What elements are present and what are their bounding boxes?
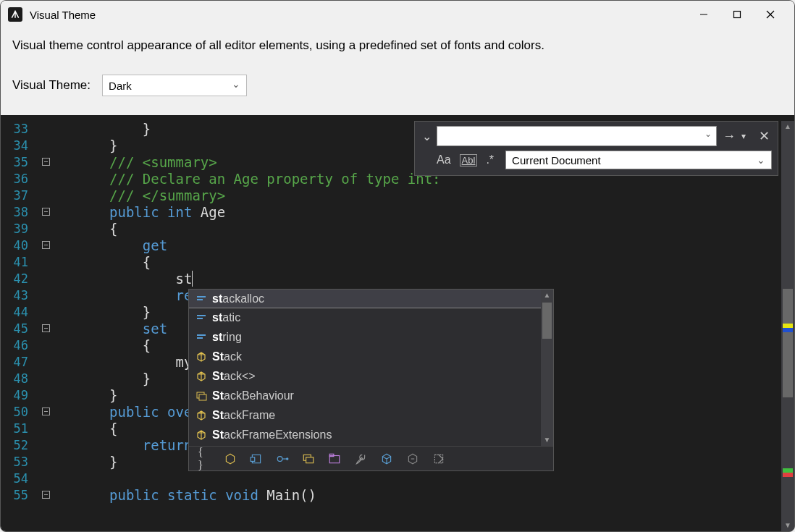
line-number: 53 bbox=[1, 454, 31, 470]
scroll-up-arrow-icon[interactable]: ▲ bbox=[541, 290, 553, 301]
intellisense-item[interactable]: stackalloc bbox=[189, 290, 553, 308]
code-text[interactable]: ret bbox=[109, 287, 201, 304]
fold-gutter[interactable] bbox=[37, 321, 54, 332]
line-number: 51 bbox=[1, 421, 31, 437]
code-text[interactable]: public over bbox=[109, 404, 201, 421]
line-number: 43 bbox=[1, 287, 31, 304]
code-text[interactable]: public static void Main() bbox=[109, 487, 316, 504]
editor-scrollbar[interactable]: ▲ ▼ bbox=[781, 121, 794, 531]
code-text[interactable]: } bbox=[109, 304, 151, 321]
code-text[interactable]: st bbox=[109, 271, 193, 287]
app-icon bbox=[8, 7, 22, 22]
filter-struct-icon[interactable] bbox=[250, 452, 263, 465]
code-text[interactable]: } bbox=[109, 454, 117, 470]
fold-gutter[interactable] bbox=[37, 237, 54, 249]
filter-namespace-icon[interactable] bbox=[328, 452, 341, 465]
scroll-up-arrow-icon[interactable]: ▲ bbox=[781, 121, 794, 132]
code-text[interactable]: { bbox=[109, 421, 117, 437]
fold-toggle-icon[interactable] bbox=[42, 324, 50, 332]
close-button[interactable] bbox=[754, 4, 787, 25]
scroll-down-arrow-icon[interactable]: ▼ bbox=[781, 520, 794, 531]
code-text[interactable]: } bbox=[109, 371, 151, 387]
intellisense-item-label: stackalloc bbox=[212, 292, 264, 305]
maximize-button[interactable] bbox=[720, 4, 754, 25]
search-scope-select[interactable]: Current Document bbox=[505, 151, 772, 169]
intellisense-item[interactable]: StackBehaviour bbox=[189, 386, 553, 405]
fold-gutter[interactable] bbox=[37, 154, 54, 166]
filter-method-icon[interactable] bbox=[406, 452, 419, 465]
svg-point-14 bbox=[277, 456, 282, 461]
code-line[interactable]: 55public static void Main() bbox=[1, 487, 794, 504]
code-line[interactable]: 37/// </summary> bbox=[1, 187, 794, 204]
code-line[interactable]: 38public int Age bbox=[1, 204, 794, 221]
find-next-button[interactable]: → bbox=[721, 129, 737, 144]
code-line[interactable]: 41 { bbox=[1, 254, 794, 271]
line-number: 36 bbox=[1, 171, 31, 187]
intellisense-scrollbar[interactable]: ▲ ▼ bbox=[541, 290, 553, 446]
code-text[interactable]: set bbox=[109, 321, 167, 337]
find-expand-toggle[interactable]: ⌄ bbox=[421, 130, 432, 143]
code-text[interactable]: { bbox=[109, 337, 151, 354]
whole-word-toggle[interactable]: Abl bbox=[460, 154, 478, 166]
code-editor[interactable]: 33 }34}35/// <summary>36/// Declare an A… bbox=[1, 115, 794, 531]
theme-select-value: Dark bbox=[109, 80, 132, 92]
code-text[interactable]: /// <summary> bbox=[109, 154, 217, 171]
code-text[interactable]: } bbox=[109, 138, 117, 154]
scroll-down-arrow-icon[interactable]: ▼ bbox=[541, 434, 553, 446]
window-title: Visual Theme bbox=[30, 9, 96, 21]
match-case-toggle[interactable]: Aa bbox=[437, 153, 451, 166]
filter-braces-icon[interactable]: { } bbox=[198, 452, 211, 465]
fold-toggle-icon[interactable] bbox=[42, 241, 50, 249]
code-text[interactable]: return bbox=[109, 437, 192, 454]
regex-toggle[interactable]: .* bbox=[486, 153, 494, 166]
code-text[interactable]: { bbox=[109, 221, 117, 237]
find-next-mode-dropdown[interactable]: ▾ bbox=[741, 131, 752, 141]
code-text[interactable]: /// </summary> bbox=[109, 187, 225, 204]
minimize-button[interactable] bbox=[687, 4, 720, 25]
fold-toggle-icon[interactable] bbox=[42, 408, 50, 415]
filter-enum-icon[interactable] bbox=[302, 452, 315, 465]
filter-class-icon[interactable] bbox=[224, 452, 237, 465]
svg-rect-13 bbox=[251, 457, 255, 461]
line-number: 35 bbox=[1, 154, 31, 171]
code-text[interactable]: } bbox=[109, 121, 151, 138]
theme-label: Visual Theme: bbox=[12, 78, 91, 93]
fold-toggle-icon[interactable] bbox=[42, 208, 50, 216]
code-line[interactable]: 54 bbox=[1, 470, 794, 487]
code-text[interactable]: public int Age bbox=[109, 204, 225, 221]
intellisense-item[interactable]: Stack bbox=[189, 347, 553, 366]
line-number: 46 bbox=[1, 337, 31, 354]
line-number: 54 bbox=[1, 470, 31, 487]
line-number: 52 bbox=[1, 437, 31, 454]
code-text[interactable]: { bbox=[109, 254, 151, 271]
code-text[interactable]: /// Declare an Age property of type int: bbox=[109, 171, 441, 187]
intellisense-item[interactable]: StackFrameExtensions bbox=[189, 425, 553, 444]
editor-scroll-thumb[interactable] bbox=[783, 289, 793, 397]
fold-gutter[interactable] bbox=[37, 487, 54, 499]
keyword-icon bbox=[195, 312, 207, 324]
fold-toggle-icon[interactable] bbox=[42, 158, 50, 166]
fold-toggle-icon[interactable] bbox=[42, 491, 50, 499]
find-close-button[interactable]: ✕ bbox=[756, 128, 772, 144]
fold-gutter[interactable] bbox=[37, 404, 54, 415]
theme-select[interactable]: Dark bbox=[102, 75, 247, 96]
code-text[interactable]: } bbox=[109, 387, 117, 404]
find-input[interactable]: ⌄ bbox=[437, 126, 717, 146]
intellisense-item-label: static bbox=[212, 311, 240, 324]
intellisense-item[interactable]: StackFrame bbox=[189, 405, 553, 425]
filter-cube-icon[interactable] bbox=[380, 452, 393, 465]
fold-gutter[interactable] bbox=[37, 204, 54, 216]
intellisense-list[interactable]: stackallocstaticstringStackStack<>StackB… bbox=[189, 290, 553, 446]
code-text[interactable]: myA bbox=[109, 354, 201, 371]
code-line[interactable]: 40 get bbox=[1, 237, 794, 254]
filter-interface-icon[interactable] bbox=[276, 452, 289, 465]
intellisense-item[interactable]: static bbox=[189, 308, 553, 327]
filter-wrench-icon[interactable] bbox=[354, 452, 367, 465]
code-line[interactable]: 42 st bbox=[1, 271, 794, 287]
intellisense-scroll-thumb[interactable] bbox=[542, 303, 552, 339]
code-text[interactable]: get bbox=[109, 237, 167, 254]
code-line[interactable]: 39{ bbox=[1, 221, 794, 237]
intellisense-item[interactable]: string bbox=[189, 327, 553, 347]
intellisense-item[interactable]: Stack<> bbox=[189, 366, 553, 386]
filter-snippet-icon[interactable] bbox=[432, 452, 445, 465]
